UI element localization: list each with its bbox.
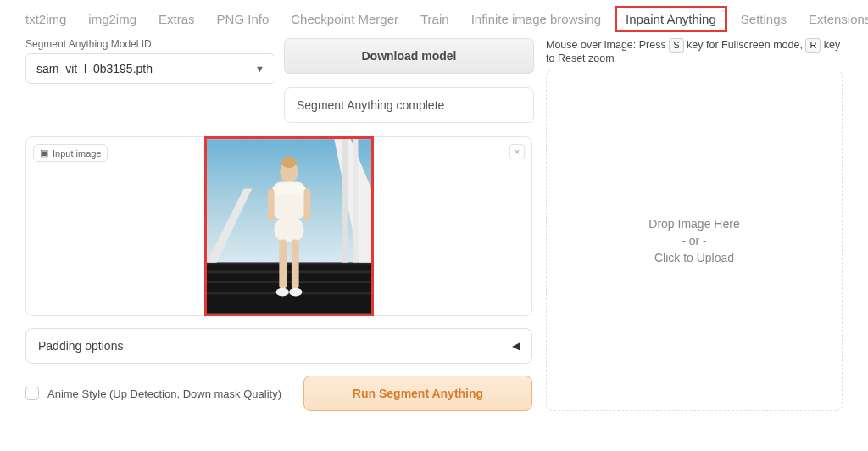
tab-txt2img[interactable]: txt2img xyxy=(25,12,66,26)
padding-options-accordion[interactable]: Padding options ◀ xyxy=(25,328,532,364)
svg-point-18 xyxy=(275,288,289,297)
svg-rect-5 xyxy=(207,292,371,295)
model-id-value: sam_vit_l_0b3195.pth xyxy=(36,62,153,75)
tab-settings[interactable]: Settings xyxy=(741,12,787,26)
svg-point-11 xyxy=(281,157,296,169)
drop-image-zone[interactable]: Drop Image Here - or - Click to Upload xyxy=(546,70,843,411)
drop-text-2: - or - xyxy=(682,234,707,248)
padding-options-label: Padding options xyxy=(38,339,123,353)
svg-rect-9 xyxy=(353,139,359,263)
svg-rect-8 xyxy=(342,139,348,263)
key-r: R xyxy=(805,38,821,53)
svg-rect-17 xyxy=(292,240,299,289)
image-icon: ▣ xyxy=(40,148,48,159)
input-image-badge: ▣ Input image xyxy=(33,144,108,162)
tab-train[interactable]: Train xyxy=(420,12,449,26)
svg-rect-3 xyxy=(207,270,371,273)
drop-text-1: Drop Image Here xyxy=(648,217,739,231)
input-image-content xyxy=(207,139,371,314)
svg-rect-1 xyxy=(207,263,371,314)
svg-rect-2 xyxy=(207,263,371,265)
chevron-down-icon: ▼ xyxy=(255,64,264,74)
model-id-select[interactable]: sam_vit_l_0b3195.pth ▼ xyxy=(25,53,275,84)
svg-rect-13 xyxy=(275,217,304,242)
svg-rect-15 xyxy=(303,188,310,221)
key-s: S xyxy=(669,38,683,53)
tab-extras[interactable]: Extras xyxy=(159,12,195,26)
tab-img2img[interactable]: img2img xyxy=(88,12,136,26)
input-image-preview xyxy=(204,136,374,316)
drop-text-3: Click to Upload xyxy=(654,251,734,264)
mouse-hint: Mouse over image: Press S key for Fullsc… xyxy=(546,38,843,64)
tab-infinite-image-browsing[interactable]: Infinite image browsing xyxy=(471,12,601,26)
svg-rect-16 xyxy=(279,240,287,289)
svg-rect-14 xyxy=(268,188,275,221)
tab-extensions[interactable]: Extensions xyxy=(809,12,868,26)
svg-rect-4 xyxy=(207,281,371,283)
close-icon[interactable]: × xyxy=(509,144,525,159)
tab-bar: txt2img img2img Extras PNG Info Checkpoi… xyxy=(0,0,868,33)
status-message: Segment Anything complete xyxy=(284,87,534,123)
run-segment-anything-button[interactable]: Run Segment Anything xyxy=(303,376,532,411)
download-model-button[interactable]: Download model xyxy=(284,38,534,74)
input-image-card[interactable]: ▣ Input image × xyxy=(25,136,532,316)
tab-inpaint-anything[interactable]: Inpaint Anything xyxy=(615,6,727,32)
model-id-label: Segment Anything Model ID xyxy=(25,38,275,50)
tab-png-info[interactable]: PNG Info xyxy=(217,12,270,26)
anime-style-checkbox[interactable] xyxy=(25,387,39,400)
svg-point-19 xyxy=(289,288,303,297)
anime-style-label: Anime Style (Up Detection, Down mask Qua… xyxy=(47,387,281,400)
collapse-arrow-icon: ◀ xyxy=(512,340,520,352)
tab-checkpoint-merger[interactable]: Checkpoint Merger xyxy=(291,12,398,26)
